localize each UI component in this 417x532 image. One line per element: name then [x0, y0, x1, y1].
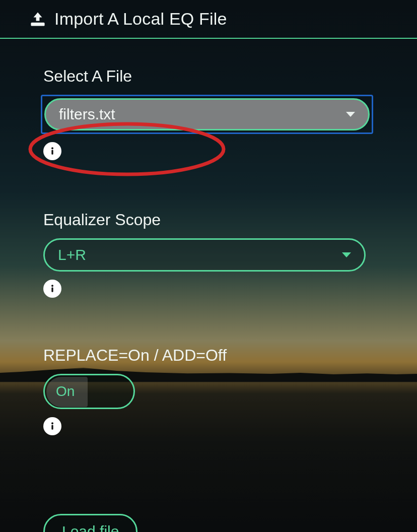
scope-select-value: L+R — [58, 246, 86, 263]
info-icon — [47, 146, 57, 156]
file-select-value: filters.txt — [59, 106, 115, 123]
file-info-button[interactable] — [43, 142, 61, 160]
file-select[interactable]: filters.txt — [44, 98, 370, 130]
chevron-down-icon — [342, 252, 351, 257]
mode-field: REPLACE=On / ADD=Off On — [29, 346, 388, 435]
svg-rect-7 — [51, 425, 53, 430]
chevron-down-icon — [346, 112, 355, 117]
mode-info-button[interactable] — [43, 417, 61, 435]
import-eq-panel: Import A Local EQ File Select A File fil… — [0, 0, 417, 532]
load-file-button[interactable]: Load file — [43, 514, 137, 532]
scope-field-label: Equalizer Scope — [43, 211, 388, 229]
load-file-label: Load file — [62, 523, 119, 532]
spacer — [29, 303, 388, 333]
scope-field: Equalizer Scope L+R — [29, 211, 388, 298]
action-field: Load file — [29, 514, 388, 532]
panel-header: Import A Local EQ File — [0, 0, 417, 39]
upload-icon — [29, 12, 46, 26]
info-icon — [47, 284, 57, 294]
svg-rect-0 — [31, 22, 44, 26]
spacer — [29, 165, 388, 197]
svg-point-1 — [51, 147, 53, 149]
scope-info-button[interactable] — [43, 280, 61, 298]
info-icon — [47, 421, 57, 431]
panel-title: Import A Local EQ File — [54, 9, 227, 29]
toggle-label: On — [56, 383, 75, 400]
svg-rect-5 — [51, 288, 53, 292]
file-field: Select A File filters.txt — [29, 67, 388, 160]
svg-point-6 — [51, 422, 53, 424]
file-field-label: Select A File — [43, 67, 388, 86]
spacer — [29, 440, 388, 501]
replace-add-toggle[interactable]: On — [43, 374, 135, 409]
svg-rect-2 — [51, 150, 53, 155]
file-select-focus-ring: filters.txt — [41, 95, 373, 134]
mode-field-label: REPLACE=On / ADD=Off — [43, 346, 388, 365]
panel-content: Select A File filters.txt Equalizer Scop… — [0, 39, 417, 532]
scope-select[interactable]: L+R — [43, 238, 366, 272]
svg-point-4 — [51, 285, 53, 287]
